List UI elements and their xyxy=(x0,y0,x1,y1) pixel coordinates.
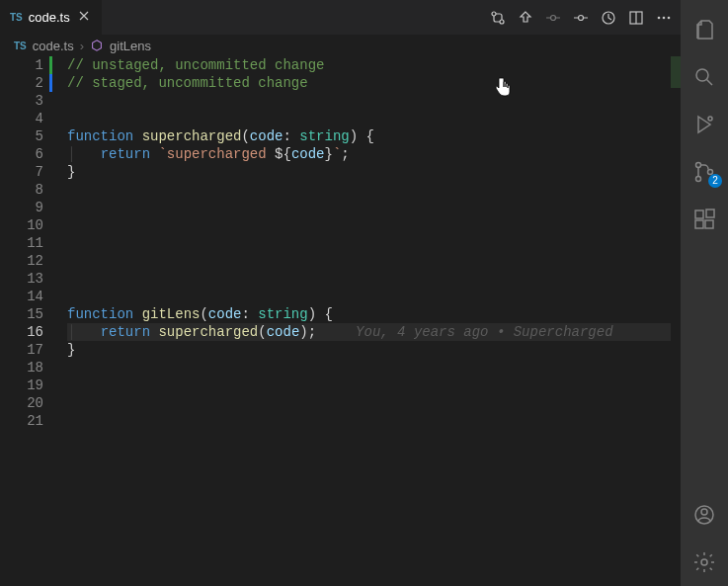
code-content[interactable]: // unstaged, uncommitted change// staged… xyxy=(55,56,681,586)
breadcrumb-symbol[interactable]: gitLens xyxy=(110,39,151,53)
code-line[interactable]: function gitLens(code: string) { xyxy=(67,305,681,323)
svg-rect-16 xyxy=(705,220,713,228)
source-control-badge: 2 xyxy=(708,174,722,188)
code-line[interactable] xyxy=(67,412,681,430)
line-number: 4 xyxy=(0,110,45,127)
code-line[interactable] xyxy=(67,270,681,288)
line-number: 12 xyxy=(0,252,45,270)
line-number: 14 xyxy=(0,288,45,305)
close-icon[interactable] xyxy=(76,8,92,27)
line-number: 3 xyxy=(0,92,45,110)
chevron-right-icon: › xyxy=(80,39,84,53)
code-line[interactable] xyxy=(67,234,681,252)
accounts-icon[interactable] xyxy=(681,491,728,539)
line-number: 18 xyxy=(0,359,45,377)
line-number: 17 xyxy=(0,341,45,359)
code-editor[interactable]: 123456789101112131415161718192021 // uns… xyxy=(0,56,681,586)
tab-filename: code.ts xyxy=(29,10,70,25)
code-line[interactable] xyxy=(67,181,681,199)
code-line[interactable]: function supercharged(code: string) { xyxy=(67,127,681,145)
code-line[interactable] xyxy=(67,199,681,216)
svg-point-10 xyxy=(708,117,712,121)
svg-point-20 xyxy=(701,559,707,565)
svg-rect-15 xyxy=(695,220,703,228)
compare-changes-icon[interactable] xyxy=(489,9,507,27)
prev-commit-icon[interactable] xyxy=(544,9,562,27)
line-number: 13 xyxy=(0,270,45,288)
code-line[interactable] xyxy=(67,252,681,270)
typescript-icon: TS xyxy=(10,12,23,23)
editor-toolbar xyxy=(481,0,681,35)
line-number: 8 xyxy=(0,181,45,199)
code-line[interactable]: } xyxy=(67,341,681,359)
explorer-icon[interactable] xyxy=(681,6,728,53)
code-line[interactable] xyxy=(67,377,681,394)
svg-point-7 xyxy=(663,16,666,19)
tab-code-ts[interactable]: TS code.ts xyxy=(0,0,103,35)
toggle-blame-icon[interactable] xyxy=(600,9,617,27)
code-line[interactable]: │ return `supercharged ${code}`; xyxy=(67,145,681,163)
source-control-icon[interactable]: 2 xyxy=(681,148,728,196)
svg-point-12 xyxy=(696,177,701,182)
activity-bar: 2 xyxy=(681,0,728,586)
open-changes-icon[interactable] xyxy=(517,9,534,27)
svg-point-8 xyxy=(668,16,671,19)
svg-point-11 xyxy=(696,163,701,168)
extensions-icon[interactable] xyxy=(681,196,728,243)
line-number-gutter: 123456789101112131415161718192021 xyxy=(0,56,49,586)
code-line[interactable]: } xyxy=(67,163,681,181)
symbol-method-icon xyxy=(90,39,104,52)
code-line[interactable] xyxy=(67,394,681,412)
svg-point-0 xyxy=(492,12,496,16)
svg-rect-17 xyxy=(706,209,714,217)
typescript-icon: TS xyxy=(14,41,27,51)
more-icon[interactable] xyxy=(655,9,673,27)
split-editor-icon[interactable] xyxy=(627,9,645,27)
line-number: 5 xyxy=(0,127,45,145)
line-number: 15 xyxy=(0,305,45,323)
line-number: 20 xyxy=(0,394,45,412)
svg-point-19 xyxy=(701,509,707,515)
svg-point-9 xyxy=(696,69,708,81)
search-icon[interactable] xyxy=(681,53,728,101)
code-line[interactable]: // unstaged, uncommitted change xyxy=(67,56,681,74)
code-line[interactable] xyxy=(67,216,681,234)
line-number: 10 xyxy=(0,216,45,234)
breadcrumb[interactable]: TS code.ts › gitLens xyxy=(0,35,681,56)
breadcrumb-file[interactable]: code.ts xyxy=(33,39,74,53)
line-number: 9 xyxy=(0,199,45,216)
code-line[interactable]: │ return supercharged(code);You, 4 years… xyxy=(67,323,681,341)
line-number: 11 xyxy=(0,234,45,252)
editor-group: TS code.ts xyxy=(0,0,681,586)
line-number: 2 xyxy=(0,74,45,92)
code-line[interactable]: // staged, uncommitted change xyxy=(67,74,681,92)
code-line[interactable] xyxy=(67,110,681,127)
svg-point-6 xyxy=(658,16,661,19)
line-number: 21 xyxy=(0,412,45,430)
gitlens-blame-annotation[interactable]: You, 4 years ago • Supercharged xyxy=(316,324,612,340)
code-line[interactable] xyxy=(67,92,681,110)
svg-point-2 xyxy=(551,15,556,20)
line-number: 6 xyxy=(0,145,45,163)
tab-bar: TS code.ts xyxy=(0,0,681,35)
svg-point-3 xyxy=(579,15,584,20)
line-number: 16 xyxy=(0,323,45,341)
svg-rect-14 xyxy=(695,210,703,218)
line-number: 19 xyxy=(0,377,45,394)
run-debug-icon[interactable] xyxy=(681,101,728,148)
overview-ruler[interactable] xyxy=(671,56,681,586)
svg-point-1 xyxy=(500,20,504,24)
next-commit-icon[interactable] xyxy=(572,9,590,27)
line-number: 1 xyxy=(0,56,45,74)
line-number: 7 xyxy=(0,163,45,181)
settings-gear-icon[interactable] xyxy=(681,539,728,586)
code-line[interactable] xyxy=(67,359,681,377)
code-line[interactable] xyxy=(67,288,681,305)
